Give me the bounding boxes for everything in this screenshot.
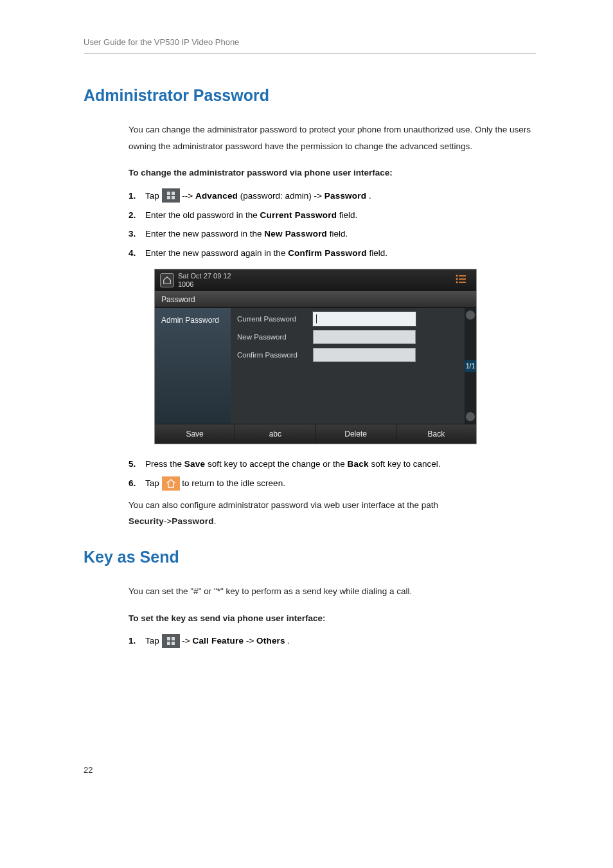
svg-rect-5 xyxy=(459,282,466,284)
svg-point-0 xyxy=(456,275,458,277)
running-header: User Guide for the VP530 IP Video Phone xyxy=(84,37,536,54)
home-icon[interactable] xyxy=(160,273,174,287)
apps-icon xyxy=(162,188,180,203)
softkey-abc[interactable]: abc xyxy=(235,424,315,444)
step-4-b: Confirm Password xyxy=(288,248,366,258)
scroll-down-icon[interactable] xyxy=(466,412,475,421)
step-5-a: Press the xyxy=(145,459,184,469)
page-indicator: 1/1 xyxy=(465,360,476,372)
scroll-up-icon[interactable] xyxy=(466,311,475,320)
after-2: Security xyxy=(129,516,164,526)
step-1-paren: (password: admin) -> xyxy=(240,191,322,201)
softkey-save[interactable]: Save xyxy=(155,424,235,444)
screen-title: Password xyxy=(155,291,476,308)
step-6: 6. Tap to return to the idle screen. xyxy=(129,475,536,492)
section-b-instruction: To set the key as send via phone user in… xyxy=(129,610,536,627)
svg-rect-3 xyxy=(459,279,466,280)
label-new-password: New Password xyxy=(237,333,313,341)
section-b-intro: You can set the "#" or "*" key to perfor… xyxy=(129,583,536,600)
step-1-text-a: Tap xyxy=(145,191,162,201)
b-step-1-c: Call Feature xyxy=(192,636,244,646)
after-1: You can also configure administrator pas… xyxy=(129,500,438,510)
step-4: 4. Enter the new password again in the C… xyxy=(129,245,536,262)
page-number: 22 xyxy=(84,765,536,775)
svg-point-2 xyxy=(456,278,458,280)
b-step-1: 1. Tap -> Call Feature -> Others . xyxy=(129,633,536,649)
step-1-advanced: Advanced xyxy=(195,191,238,201)
step-1: 1. Tap --> Advanced (password: admin) ->… xyxy=(129,188,536,204)
input-current-password[interactable] xyxy=(313,312,416,326)
list-menu-icon[interactable] xyxy=(456,274,471,287)
section-b-body: You can set the "#" or "*" key to perfor… xyxy=(84,583,536,649)
status-date-line1: Sat Oct 27 09 12 xyxy=(178,272,231,280)
step-num: 4. xyxy=(129,245,136,262)
step-num: 1. xyxy=(129,633,136,649)
input-new-password[interactable] xyxy=(313,330,416,344)
step-1-password: Password xyxy=(324,191,366,201)
step-num: 2. xyxy=(129,207,136,224)
step-6-b: to return to the idle screen. xyxy=(182,478,285,488)
scroll-bar[interactable]: 1/1 xyxy=(465,308,476,424)
row-new-password: New Password xyxy=(237,330,471,344)
step-5-b: Save xyxy=(184,459,205,469)
b-step-1-e: Others xyxy=(256,636,285,646)
svg-point-4 xyxy=(456,282,458,284)
step-3-a: Enter the new password in the xyxy=(145,229,264,239)
after-5: . xyxy=(214,516,217,526)
step-4-a: Enter the new password again in the xyxy=(145,248,288,258)
label-current-password: Current Password xyxy=(237,315,313,323)
row-current-password: Current Password xyxy=(237,312,471,326)
left-item-admin-password[interactable]: Admin Password xyxy=(161,314,226,326)
step-num: 3. xyxy=(129,226,136,242)
after-3: -> xyxy=(164,516,172,526)
section-heading-admin-password: Administrator Password xyxy=(84,86,536,105)
section-b-steps: 1. Tap -> Call Feature -> Others . xyxy=(129,633,536,649)
section-heading-key-as-send: Key as Send xyxy=(84,548,536,566)
section-a-steps: 1. Tap --> Advanced (password: admin) ->… xyxy=(129,188,536,262)
b-step-1-d: -> xyxy=(246,636,254,646)
phone-screen: Sat Oct 27 09 12 1006 Password Admin Pas… xyxy=(154,269,477,444)
step-1-text-b: --> xyxy=(182,191,195,201)
screen-body: Admin Password Current Password New Pass… xyxy=(155,308,476,424)
step-5-d: Back xyxy=(348,459,369,469)
b-step-1-a: Tap xyxy=(145,636,162,646)
status-bar: Sat Oct 27 09 12 1006 xyxy=(155,269,476,291)
step-2-a: Enter the old password in the xyxy=(145,210,260,220)
step-2: 2. Enter the old password in the Current… xyxy=(129,207,536,224)
section-a-body: You can change the administrator passwor… xyxy=(84,122,536,530)
softkey-back[interactable]: Back xyxy=(396,424,476,444)
label-confirm-password: Confirm Password xyxy=(237,351,313,359)
softkey-bar: Save abc Delete Back xyxy=(155,424,476,444)
home-icon xyxy=(162,476,180,491)
step-5-e: soft key to cancel. xyxy=(371,459,440,469)
step-2-b: Current Password xyxy=(260,210,337,220)
section-a-instruction: To change the administrator password via… xyxy=(129,165,536,181)
left-pane: Admin Password xyxy=(155,308,231,424)
step-3: 3. Enter the new password in the New Pas… xyxy=(129,226,536,242)
right-pane: Current Password New Password Confirm Pa… xyxy=(231,308,476,424)
status-ext: 1006 xyxy=(178,280,231,289)
svg-rect-1 xyxy=(459,276,466,277)
scroll-track: 1/1 xyxy=(465,322,476,410)
step-num: 6. xyxy=(129,475,136,492)
step-5-c: soft key to accept the change or the xyxy=(208,459,348,469)
after-4: Password xyxy=(172,516,213,526)
step-num: 5. xyxy=(129,456,136,473)
section-a-after: You can also configure administrator pas… xyxy=(129,497,536,530)
phone-screenshot: Sat Oct 27 09 12 1006 Password Admin Pas… xyxy=(154,269,536,444)
step-num: 1. xyxy=(129,188,136,204)
step-5: 5. Press the Save soft key to accept the… xyxy=(129,456,536,473)
step-1-end: . xyxy=(369,191,371,201)
step-4-c: field. xyxy=(369,248,387,258)
step-3-c: field. xyxy=(330,229,348,239)
step-6-a: Tap xyxy=(145,478,162,488)
step-2-c: field. xyxy=(339,210,358,220)
step-3-b: New Password xyxy=(264,229,327,239)
b-step-1-b: -> xyxy=(182,636,190,646)
section-a-steps-cont: 5. Press the Save soft key to accept the… xyxy=(129,456,536,491)
softkey-delete[interactable]: Delete xyxy=(316,424,396,444)
row-confirm-password: Confirm Password xyxy=(237,348,471,362)
apps-icon xyxy=(162,634,180,648)
section-a-intro: You can change the administrator passwor… xyxy=(129,122,536,154)
input-confirm-password[interactable] xyxy=(313,348,416,362)
